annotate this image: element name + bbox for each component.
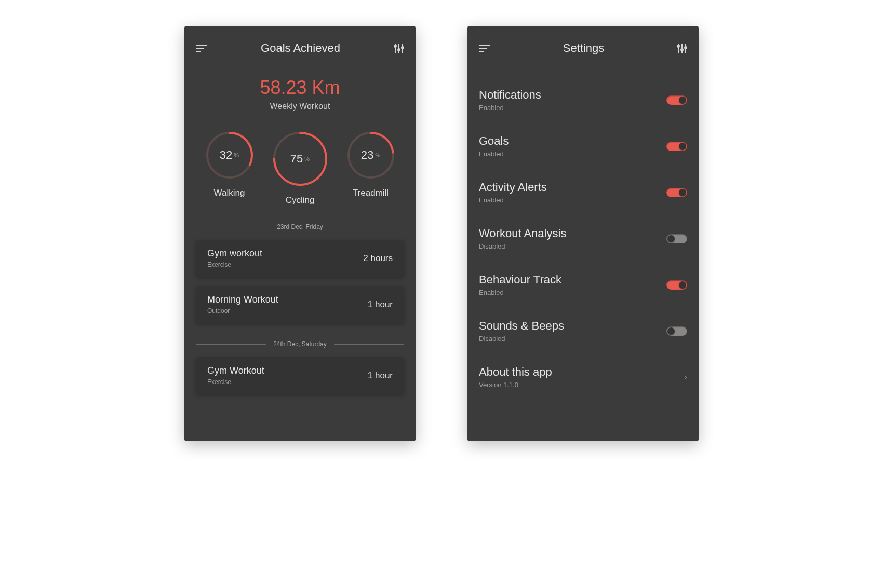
card-title: Gym Workout bbox=[207, 365, 264, 376]
setting-sub: Disabled bbox=[479, 335, 564, 343]
card-text: Morning Workout Outdoor bbox=[207, 294, 278, 314]
setting-title: Sounds & Beeps bbox=[479, 319, 564, 333]
activity-ring[interactable]: 75 % Cycling bbox=[273, 132, 327, 206]
sliders-icon[interactable] bbox=[677, 43, 687, 53]
setting-row[interactable]: Activity Alerts Enabled bbox=[479, 169, 687, 215]
setting-text: About this app Version 1.1.0 bbox=[479, 365, 552, 389]
card-sub: Exercise bbox=[207, 378, 264, 386]
header: Goals Achieved bbox=[196, 40, 404, 56]
activity-ring[interactable]: 23 % Treadmill bbox=[347, 132, 394, 206]
weekly-stat-label: Weekly Workout bbox=[196, 102, 404, 111]
setting-row[interactable]: Sounds & Beeps Disabled bbox=[479, 308, 687, 354]
page-title: Settings bbox=[563, 42, 605, 55]
activity-rings: 32 % Walking 75 % Cycling 23 % bbox=[196, 132, 404, 206]
ring-value: 23 % bbox=[347, 132, 394, 179]
setting-row[interactable]: Notifications Enabled bbox=[479, 77, 687, 123]
card-duration: 2 hours bbox=[363, 253, 393, 264]
card-text: Gym Workout Exercise bbox=[207, 365, 264, 386]
setting-title: About this app bbox=[479, 365, 552, 379]
header: Settings bbox=[479, 40, 687, 56]
setting-text: Goals Enabled bbox=[479, 134, 509, 158]
workout-days: 23rd Dec, Friday Gym workout Exercise 2 … bbox=[196, 223, 404, 394]
setting-title: Activity Alerts bbox=[479, 181, 547, 194]
toggle[interactable] bbox=[666, 234, 687, 243]
progress-ring: 23 % bbox=[347, 132, 394, 179]
setting-row[interactable]: About this app Version 1.1.0 › bbox=[479, 354, 687, 400]
setting-row[interactable]: Workout Analysis Disabled bbox=[479, 215, 687, 262]
workout-card[interactable]: Morning Workout Outdoor 1 hour bbox=[196, 286, 404, 323]
card-duration: 1 hour bbox=[368, 299, 393, 310]
toggle[interactable] bbox=[666, 95, 687, 105]
card-sub: Exercise bbox=[207, 261, 262, 268]
card-sub: Outdoor bbox=[207, 307, 278, 314]
card-title: Morning Workout bbox=[207, 294, 278, 305]
setting-text: Notifications Enabled bbox=[479, 88, 541, 112]
progress-ring: 32 % bbox=[206, 132, 253, 179]
ring-unit: % bbox=[234, 152, 239, 158]
ring-value: 75 % bbox=[273, 132, 327, 186]
toggle[interactable] bbox=[666, 326, 687, 336]
date-label: 23rd Dec, Friday bbox=[277, 223, 323, 230]
setting-sub: Enabled bbox=[479, 196, 547, 204]
sliders-icon[interactable] bbox=[394, 43, 404, 53]
settings-list: Notifications Enabled Goals Enabled Acti… bbox=[479, 77, 687, 400]
setting-text: Activity Alerts Enabled bbox=[479, 181, 547, 204]
ring-number: 23 bbox=[361, 148, 373, 162]
weekly-stat-value: 58.23 Km bbox=[196, 77, 404, 99]
setting-title: Behaviour Track bbox=[479, 273, 561, 286]
menu-icon[interactable] bbox=[479, 45, 490, 52]
phone-goals: Goals Achieved 58.23 Km Weekly Workout 3… bbox=[184, 26, 416, 441]
card-duration: 1 hour bbox=[368, 371, 393, 381]
page-title: Goals Achieved bbox=[261, 42, 340, 55]
setting-title: Notifications bbox=[479, 88, 541, 102]
ring-number: 75 bbox=[290, 152, 303, 166]
ring-label: Walking bbox=[206, 188, 253, 198]
progress-ring: 75 % bbox=[273, 132, 327, 186]
date-divider: 24th Dec, Saturday bbox=[196, 340, 404, 348]
setting-text: Workout Analysis Disabled bbox=[479, 227, 566, 250]
ring-unit: % bbox=[304, 156, 310, 162]
ring-number: 32 bbox=[220, 148, 232, 162]
date-divider: 23rd Dec, Friday bbox=[196, 223, 404, 230]
ring-label: Treadmill bbox=[347, 188, 394, 198]
setting-text: Sounds & Beeps Disabled bbox=[479, 319, 564, 343]
workout-card[interactable]: Gym Workout Exercise 1 hour bbox=[196, 357, 404, 394]
card-text: Gym workout Exercise bbox=[207, 248, 262, 268]
setting-sub: Disabled bbox=[479, 242, 566, 250]
card-title: Gym workout bbox=[207, 248, 262, 259]
ring-label: Cycling bbox=[273, 195, 327, 206]
chevron-right-icon: › bbox=[684, 372, 687, 382]
ring-unit: % bbox=[375, 152, 380, 158]
activity-ring[interactable]: 32 % Walking bbox=[206, 132, 253, 206]
setting-title: Goals bbox=[479, 134, 509, 148]
toggle[interactable] bbox=[666, 280, 687, 290]
weekly-stat: 58.23 Km Weekly Workout bbox=[196, 77, 404, 111]
phone-settings: Settings Notifications Enabled Goals Ena… bbox=[467, 26, 699, 441]
setting-title: Workout Analysis bbox=[479, 227, 566, 240]
toggle[interactable] bbox=[666, 142, 687, 151]
setting-sub: Enabled bbox=[479, 104, 541, 112]
setting-sub: Version 1.1.0 bbox=[479, 381, 552, 389]
setting-row[interactable]: Behaviour Track Enabled bbox=[479, 262, 687, 308]
setting-row[interactable]: Goals Enabled bbox=[479, 123, 687, 169]
workout-card[interactable]: Gym workout Exercise 2 hours bbox=[196, 240, 404, 277]
setting-text: Behaviour Track Enabled bbox=[479, 273, 561, 296]
ring-value: 32 % bbox=[206, 132, 253, 179]
setting-sub: Enabled bbox=[479, 150, 509, 158]
menu-icon[interactable] bbox=[196, 45, 207, 52]
toggle[interactable] bbox=[666, 188, 687, 197]
date-label: 24th Dec, Saturday bbox=[273, 340, 327, 348]
setting-sub: Enabled bbox=[479, 289, 561, 296]
